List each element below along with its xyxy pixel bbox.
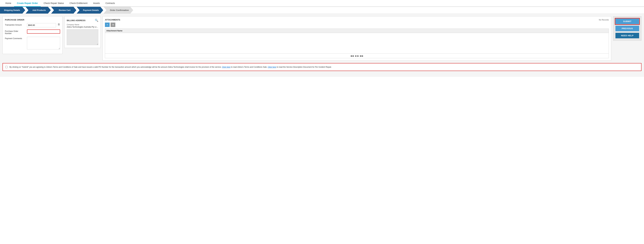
payment-comments-row: Payment Comments — [5, 37, 60, 49]
main-content: PURCHASE ORDER Transaction Amount 🖹 Purc… — [0, 14, 644, 77]
terms-link-2[interactable]: Click here — [268, 66, 276, 68]
nav-assets[interactable]: Assets — [90, 0, 102, 7]
payment-comments-label: Payment Comments — [5, 37, 26, 40]
last-page-button[interactable]: ▶▶ — [360, 54, 364, 57]
billing-address-panel: BILLING ADDRESS 🔍 Company Name Zebra Tec… — [64, 16, 101, 48]
po-number-row: Purchase OrderNumber — [5, 30, 60, 34]
step-add-products[interactable]: Add Products — [26, 7, 51, 14]
nav-contracts[interactable]: Contracts — [102, 0, 118, 7]
step-order-confirmation[interactable]: Order Confirmation — [104, 7, 133, 14]
po-number-input[interactable] — [27, 30, 60, 34]
terms-checkbox[interactable] — [5, 66, 8, 68]
top-navigation: Home Create Repair Order Check Repair St… — [0, 0, 644, 7]
payment-comments-input[interactable] — [27, 37, 60, 49]
billing-address-textarea[interactable] — [67, 29, 98, 45]
terms-text-2: to read Zebra's Terms and Conditions Sal… — [231, 66, 267, 68]
steps-bar: Shipping Details Add Products Review Car… — [0, 7, 644, 14]
transaction-amount-input[interactable] — [27, 23, 56, 27]
attachments-header: ATTACHMENTS No Records — [105, 18, 609, 21]
billing-address-title: BILLING ADDRESS — [67, 19, 86, 22]
purchase-order-title: PURCHASE ORDER — [5, 18, 60, 21]
remove-attachment-button[interactable]: ✕ — [110, 22, 115, 27]
nav-create-repair-order[interactable]: Create Repair Order — [14, 0, 41, 7]
attachments-panel: ATTACHMENTS No Records + ✕ Attachment Na… — [102, 16, 611, 60]
transaction-amount-label: Transaction Amount — [5, 23, 26, 26]
terms-text-part1: By clicking on "Submit" you are agreeing… — [10, 66, 222, 68]
transaction-amount-row: Transaction Amount 🖹 — [5, 23, 60, 27]
step-payment-details[interactable]: Payment Details — [77, 7, 103, 14]
submit-button[interactable]: SUBMIT — [616, 18, 639, 24]
first-page-button[interactable]: ◀◀ — [350, 54, 354, 57]
terms-section: By clicking on "Submit" you are agreeing… — [2, 63, 642, 71]
actions-panel: SUBMIT PREVIOUS NEED HELP — [613, 16, 642, 41]
attachment-pagination: ◀◀ ◀ ▶ ▶▶ — [105, 54, 609, 58]
company-name-label: Company Name — [67, 24, 98, 26]
terms-text: By clicking on "Submit" you are agreeing… — [10, 66, 332, 68]
attachment-buttons: + ✕ — [105, 22, 609, 27]
nav-home[interactable]: Home — [2, 0, 14, 7]
prev-page-button[interactable]: ◀ — [355, 54, 356, 57]
step-review-cart[interactable]: Review Cart — [51, 7, 76, 14]
document-icon[interactable]: 🖹 — [58, 23, 60, 26]
attachment-table-body — [105, 33, 609, 54]
need-help-button[interactable]: NEED HELP — [616, 33, 639, 38]
panels-row: PURCHASE ORDER Transaction Amount 🖹 Purc… — [2, 16, 642, 60]
company-name-value: Zebra Technologies Australia Pty Lt... — [67, 26, 98, 28]
previous-button[interactable]: PREVIOUS — [616, 26, 639, 31]
terms-link-1[interactable]: Click here — [222, 66, 230, 68]
no-records-label: No Records — [599, 19, 609, 21]
search-icon[interactable]: 🔍 — [95, 18, 98, 22]
nav-check-repair-status[interactable]: Check Repair Status — [41, 0, 66, 7]
purchase-order-panel: PURCHASE ORDER Transaction Amount 🖹 Purc… — [2, 16, 62, 54]
attachments-table: Attachment Name ◀◀ ◀ ▶ ▶▶ — [105, 28, 609, 58]
attachments-title: ATTACHMENTS — [105, 18, 120, 21]
add-attachment-button[interactable]: + — [105, 22, 110, 27]
next-page-button[interactable]: ▶ — [357, 54, 359, 57]
step-shipping-details[interactable]: Shipping Details — [0, 7, 25, 14]
billing-header: BILLING ADDRESS 🔍 — [67, 18, 98, 22]
nav-check-entitlement[interactable]: Check Entitlement — [67, 0, 90, 7]
attachment-name-column-header: Attachment Name — [105, 29, 609, 33]
terms-text-part3: to read the Service Description Document… — [277, 66, 332, 68]
po-number-label: Purchase OrderNumber — [5, 30, 26, 34]
